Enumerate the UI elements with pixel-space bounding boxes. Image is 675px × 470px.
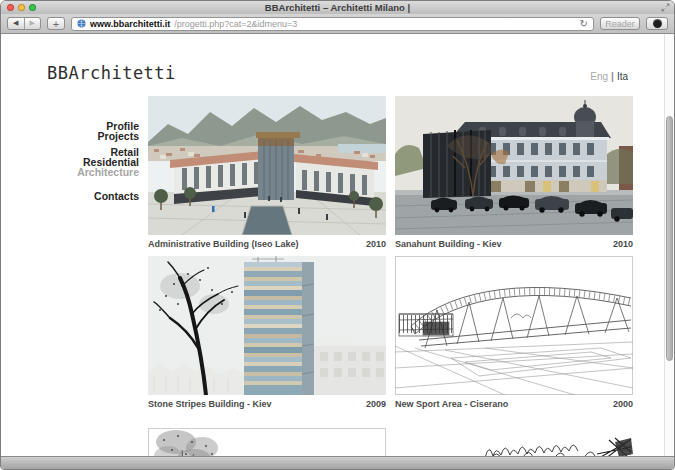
window-titlebar: BBArchitetti – Architetti Milano |	[1, 1, 674, 14]
project-year: 2009	[366, 399, 386, 409]
project-thumbnail-sanahunt-building[interactable]	[395, 96, 633, 235]
lang-eng-link[interactable]: Eng	[590, 71, 608, 82]
browser-window: BBArchitetti – Architetti Milano | ◀ ▶ +…	[0, 0, 675, 470]
project-caption: Administrative Building (Iseo Lake) 2010	[148, 239, 386, 249]
project-title: Administrative Building (Iseo Lake)	[148, 239, 299, 249]
site-logo[interactable]: BBArchitetti	[47, 63, 176, 83]
reader-button[interactable]: Reader	[600, 17, 640, 30]
sidebar-nav: Profile Projects Retail Residential Arch…	[77, 121, 139, 201]
globe-favicon-icon	[77, 19, 86, 28]
refresh-icon[interactable]: ↻	[580, 18, 588, 29]
project-card-partial	[395, 428, 633, 457]
browser-toolbar: ◀ ▶ + www.bbarchitetti.it /progetti.php?…	[1, 14, 674, 34]
project-title: Stone Stripes Building - Kiev	[148, 399, 272, 409]
project-caption: Sanahunt Building - Kiev 2010	[395, 239, 633, 249]
nav-item-projects[interactable]: Projects	[77, 131, 139, 141]
forward-button[interactable]: ▶	[25, 18, 41, 29]
new-tab-button[interactable]: +	[47, 17, 65, 30]
project-card: Administrative Building (Iseo Lake) 2010	[148, 96, 386, 249]
extension-circle-icon	[653, 19, 662, 28]
project-caption: Stone Stripes Building - Kiev 2009	[148, 399, 386, 409]
language-switcher: Eng|Ita	[590, 71, 628, 82]
project-title: Sanahunt Building - Kiev	[395, 239, 502, 249]
page-scrollbar-thumb[interactable]	[666, 116, 673, 361]
window-resize-icon[interactable]	[661, 3, 670, 12]
project-card-partial	[148, 428, 386, 457]
window-bottom-edge	[1, 456, 674, 469]
history-nav-buttons: ◀ ▶	[7, 17, 41, 30]
window-title: BBArchitetti – Architetti Milano |	[1, 1, 674, 14]
back-button[interactable]: ◀	[8, 18, 25, 29]
nav-item-contacts[interactable]: Contacts	[77, 191, 139, 201]
nav-item-architecture[interactable]: Architecture	[77, 167, 139, 177]
project-thumbnail-stone-stripes-tower[interactable]	[148, 256, 386, 395]
page-scrollbar-track[interactable]	[664, 34, 674, 457]
url-path: /progetti.php?cat=2&idmenu=3	[174, 19, 297, 29]
address-bar[interactable]: www.bbarchitetti.it /progetti.php?cat=2&…	[71, 17, 594, 31]
project-title: New Sport Area - Ciserano	[395, 399, 508, 409]
project-year: 2010	[366, 239, 386, 249]
lang-divider: |	[611, 71, 614, 82]
project-thumbnail-partial-pen-sketch[interactable]	[395, 428, 633, 457]
url-host: www.bbarchitetti.it	[90, 19, 170, 29]
page-content: BBArchitetti Eng|Ita Profile Projects Re…	[1, 34, 674, 457]
project-card: Stone Stripes Building - Kiev 2009	[148, 256, 386, 409]
project-caption: New Sport Area - Ciserano 2000	[395, 399, 633, 409]
project-year: 2010	[613, 239, 633, 249]
lang-ita-link[interactable]: Ita	[617, 71, 628, 82]
project-card: New Sport Area - Ciserano 2000	[395, 256, 633, 409]
project-thumbnail-partial-tree-sketch[interactable]	[148, 428, 386, 457]
project-thumbnail-administrative-building[interactable]	[148, 96, 386, 235]
project-thumbnail-sport-area[interactable]	[395, 256, 633, 395]
project-year: 2000	[613, 399, 633, 409]
project-card: Sanahunt Building - Kiev 2010	[395, 96, 633, 249]
extension-button[interactable]	[646, 17, 668, 30]
